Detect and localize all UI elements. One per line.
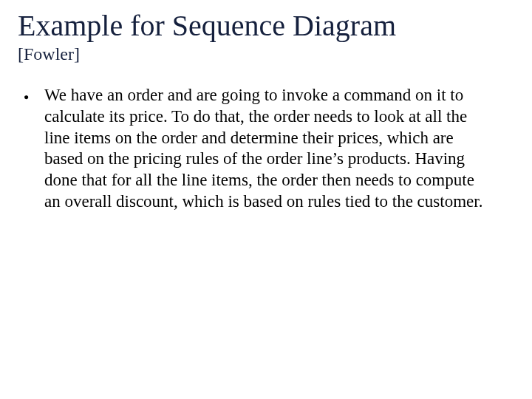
slide: Example for Sequence Diagram [Fowler] ● … xyxy=(0,0,532,399)
body-paragraph: We have an order and are going to invoke… xyxy=(44,85,491,213)
slide-title: Example for Sequence Diagram xyxy=(18,9,514,43)
slide-subtitle: [Fowler] xyxy=(18,44,514,64)
body-content: ● We have an order and are going to invo… xyxy=(18,85,514,213)
bullet-icon: ● xyxy=(24,85,44,107)
